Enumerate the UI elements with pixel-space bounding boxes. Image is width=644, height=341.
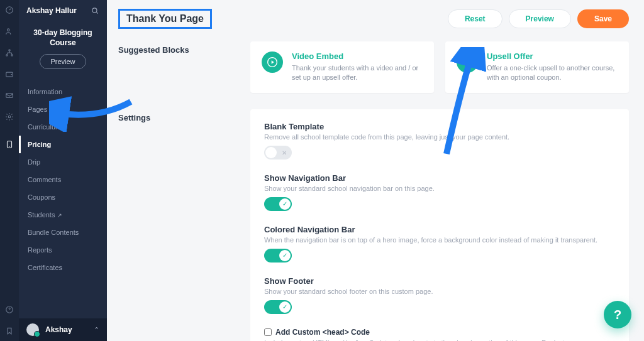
block-title: Video Embed: [292, 51, 423, 61]
setting-blank-template: Blank Template Remove all school templat…: [264, 122, 615, 160]
help-fab[interactable]: ?: [604, 301, 631, 328]
svg-point-2: [9, 50, 10, 51]
tablet-icon[interactable]: [4, 139, 14, 149]
nav-curriculum[interactable]: Curriculum: [28, 118, 101, 136]
external-icon: ↗: [57, 212, 62, 219]
save-button[interactable]: Save: [577, 9, 629, 28]
svg-point-3: [6, 55, 8, 56]
nav-information[interactable]: Information: [28, 83, 101, 100]
settings-section: Settings Blank Template Remove all schoo…: [107, 109, 644, 341]
svg-rect-6: [6, 94, 13, 98]
custom-head-checkbox-row[interactable]: Add Custom <head> Code: [264, 328, 615, 337]
preview-button[interactable]: Preview: [509, 9, 571, 28]
block-desc: Offer a one-click upsell to another cour…: [487, 63, 618, 83]
mail-icon[interactable]: [4, 90, 14, 100]
nav-pricing[interactable]: Pricing: [28, 136, 101, 153]
bookmark-icon[interactable]: [4, 326, 14, 336]
course-box: 30-day Blogging Course Preview: [19, 21, 107, 79]
page-title: Thank You Page: [126, 13, 204, 24]
play-circle-icon: [262, 51, 283, 73]
chevron-up-icon: ⌃: [94, 326, 99, 334]
setting-desc: Show your standard school navigation bar…: [264, 185, 615, 192]
svg-rect-12: [464, 60, 471, 65]
setting-title: Show Footer: [264, 276, 615, 286]
sidebar-user-bottom[interactable]: Akshay ⌃: [19, 318, 107, 341]
card-icon: [457, 51, 478, 73]
nav-students[interactable]: Students↗: [28, 206, 101, 224]
help-icon[interactable]: [4, 305, 14, 315]
setting-title: Add Custom <head> Code: [275, 328, 370, 337]
setting-title: Show Navigation Bar: [264, 173, 615, 183]
iconbar: [0, 0, 19, 341]
nav-certificates[interactable]: Certificates: [28, 259, 101, 276]
nav-pages[interactable]: Pages: [28, 100, 101, 118]
toggle-blank-template[interactable]: ✓: [264, 146, 292, 160]
setting-desc: Show your standard school footer on this…: [264, 288, 615, 295]
reset-button[interactable]: Reset: [448, 9, 502, 28]
user-name: Akshay: [45, 325, 72, 334]
section-label: Settings: [118, 109, 231, 341]
nav-drip[interactable]: Drip: [28, 153, 101, 171]
course-title: 30-day Blogging Course: [23, 28, 103, 48]
sidebar: Akshay Hallur 30-day Blogging Course Pre…: [19, 0, 107, 341]
suggested-blocks-section: Suggested Blocks Video Embed Thank your …: [107, 41, 644, 109]
settings-panel: Blank Template Remove all school templat…: [250, 109, 629, 341]
users-icon[interactable]: [4, 26, 14, 36]
block-upsell-offer[interactable]: Upsell Offer Offer a one-click upsell to…: [445, 41, 629, 93]
block-title: Upsell Offer: [487, 51, 618, 61]
setting-show-nav: Show Navigation Bar Show your standard s…: [264, 173, 615, 211]
wallet-icon[interactable]: [4, 69, 14, 79]
nav-reports[interactable]: Reports: [28, 241, 101, 259]
nav-bundle-contents[interactable]: Bundle Contents: [28, 224, 101, 241]
svg-point-4: [11, 55, 13, 56]
block-desc: Thank your students with a video and / o…: [292, 63, 423, 83]
setting-title: Blank Template: [264, 122, 615, 131]
sidebar-user-top: Akshay Hallur: [26, 6, 77, 15]
setting-desc: Remove all school template code from thi…: [264, 133, 615, 141]
svg-point-1: [8, 29, 10, 31]
gauge-icon[interactable]: [4, 5, 14, 15]
toggle-show-footer[interactable]: ✓: [264, 300, 292, 314]
search-icon[interactable]: [91, 6, 99, 15]
sidebar-nav: Information Pages Curriculum Pricing Dri…: [19, 79, 107, 276]
setting-custom-head: Add Custom <head> Code Include custom HT…: [264, 328, 615, 341]
page-title-box: Thank You Page: [118, 9, 212, 29]
course-preview-button[interactable]: Preview: [40, 54, 86, 69]
svg-point-7: [8, 116, 11, 118]
section-label: Suggested Blocks: [118, 41, 231, 93]
help-fab-label: ?: [614, 308, 621, 322]
topbar: Thank You Page Reset Preview Save: [107, 0, 644, 41]
sitemap-icon[interactable]: [4, 48, 14, 58]
setting-desc: When the navigation bar is on top of a h…: [264, 236, 615, 244]
block-video-embed[interactable]: Video Embed Thank your students with a v…: [250, 41, 434, 93]
nav-comments[interactable]: Comments: [28, 171, 101, 188]
main: Thank You Page Reset Preview Save Sugges…: [107, 0, 644, 341]
nav-coupons[interactable]: Coupons: [28, 188, 101, 206]
avatar: [26, 323, 39, 336]
setting-title: Colored Navigation Bar: [264, 225, 615, 234]
svg-point-10: [92, 8, 97, 13]
setting-colored-nav: Colored Navigation Bar When the navigati…: [264, 225, 615, 263]
toggle-colored-nav[interactable]: ✓: [264, 249, 292, 263]
setting-show-footer: Show Footer Show your standard school fo…: [264, 276, 615, 314]
custom-head-checkbox[interactable]: [264, 328, 272, 336]
toggle-show-nav[interactable]: ✓: [264, 197, 292, 211]
gear-icon[interactable]: [4, 112, 14, 122]
